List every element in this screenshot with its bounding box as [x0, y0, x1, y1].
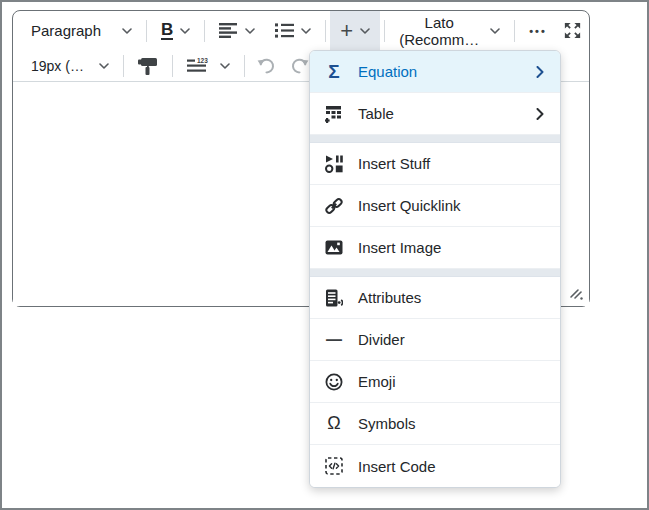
chevron-down-icon	[490, 28, 500, 34]
insert-dropdown[interactable]: +	[330, 11, 380, 50]
chevron-down-icon	[99, 63, 109, 69]
toolbar-separator	[146, 20, 147, 42]
chevron-right-icon	[536, 66, 544, 78]
font-family-dropdown[interactable]: Lato (Recomm…	[389, 11, 510, 50]
menu-item-label: Emoji	[358, 373, 396, 390]
chevron-down-icon	[122, 28, 132, 34]
menu-item-attributes[interactable]: Attributes	[310, 277, 560, 319]
menu-item-label: Insert Stuff	[358, 155, 430, 172]
chevron-down-icon	[301, 28, 311, 34]
chevron-down-icon	[180, 28, 190, 34]
redo-icon	[291, 57, 309, 74]
paragraph-format-dropdown[interactable]: Paragraph	[21, 11, 142, 50]
menu-item-label: Insert Image	[358, 239, 441, 256]
table-icon	[324, 105, 344, 123]
toolbar-separator	[514, 20, 515, 42]
resize-handle[interactable]	[569, 287, 585, 303]
code-icon	[324, 457, 344, 475]
menu-item-insert-image[interactable]: Insert Image	[310, 227, 560, 269]
chevron-down-icon	[245, 28, 255, 34]
menu-item-symbols[interactable]: Ω Symbols	[310, 403, 560, 445]
toolbar-separator	[172, 55, 173, 77]
font-family-value: Lato (Recomm…	[399, 14, 479, 48]
plus-icon: +	[340, 20, 353, 42]
line-spacing-dropdown[interactable]: 123	[177, 50, 240, 81]
sigma-icon: Σ	[324, 61, 344, 83]
menu-group-separator	[310, 269, 560, 277]
emoji-icon	[324, 373, 344, 391]
toolbar-separator	[244, 55, 245, 77]
undo-icon	[257, 57, 275, 74]
menu-item-label: Attributes	[358, 289, 421, 306]
list-dropdown[interactable]	[265, 11, 321, 50]
chevron-down-icon	[220, 63, 230, 69]
menu-item-insert-code[interactable]: Insert Code	[310, 445, 560, 487]
chevron-down-icon	[360, 28, 370, 34]
menu-item-label: Equation	[358, 63, 417, 80]
attributes-icon	[324, 289, 344, 307]
format-painter-icon	[138, 57, 158, 75]
menu-item-label: Divider	[358, 331, 405, 348]
media-icon	[324, 155, 344, 173]
menu-item-insert-quicklink[interactable]: Insert Quicklink	[310, 185, 560, 227]
bold-dropdown[interactable]: B	[151, 11, 200, 50]
ellipsis-icon: •••	[529, 25, 547, 37]
toolbar-separator	[325, 20, 326, 42]
line-spacing-icon: 123	[187, 58, 213, 73]
bold-label: B	[161, 21, 173, 41]
menu-item-label: Insert Code	[358, 458, 436, 475]
align-left-icon	[219, 23, 238, 38]
toolbar-separator	[204, 20, 205, 42]
menu-item-divider[interactable]: — Divider	[310, 319, 560, 361]
menu-item-label: Insert Quicklink	[358, 197, 461, 214]
alignment-dropdown[interactable]	[209, 11, 265, 50]
omega-icon: Ω	[324, 413, 344, 434]
menu-item-label: Symbols	[358, 415, 416, 432]
menu-item-label: Table	[358, 105, 394, 122]
svg-text:123: 123	[197, 58, 208, 64]
toolbar-row-1: Paragraph B	[13, 11, 589, 50]
menu-group-separator	[310, 135, 560, 143]
more-actions-button[interactable]: •••	[519, 11, 557, 50]
menu-item-table[interactable]: Table	[310, 93, 560, 135]
paragraph-format-value: Paragraph	[31, 22, 101, 39]
menu-item-insert-stuff[interactable]: Insert Stuff	[310, 143, 560, 185]
toolbar-separator	[384, 20, 385, 42]
font-size-value: 19px (…	[31, 58, 84, 74]
fullscreen-button[interactable]	[557, 11, 588, 50]
toolbar-separator	[123, 55, 124, 77]
chevron-right-icon	[536, 108, 544, 120]
fullscreen-expand-icon	[563, 21, 582, 40]
menu-item-emoji[interactable]: Emoji	[310, 361, 560, 403]
divider-icon: —	[324, 331, 344, 349]
format-painter-button[interactable]	[128, 50, 168, 81]
font-size-dropdown[interactable]: 19px (…	[21, 50, 119, 81]
screenshot-root: Paragraph B	[0, 0, 649, 510]
undo-button[interactable]	[249, 50, 283, 81]
bullet-list-icon	[275, 23, 294, 38]
menu-item-equation[interactable]: Σ Equation	[310, 51, 560, 93]
insert-menu: Σ Equation Table Insert Stuff Insert Qui…	[309, 50, 561, 488]
link-icon	[324, 197, 344, 215]
image-icon	[324, 240, 344, 255]
